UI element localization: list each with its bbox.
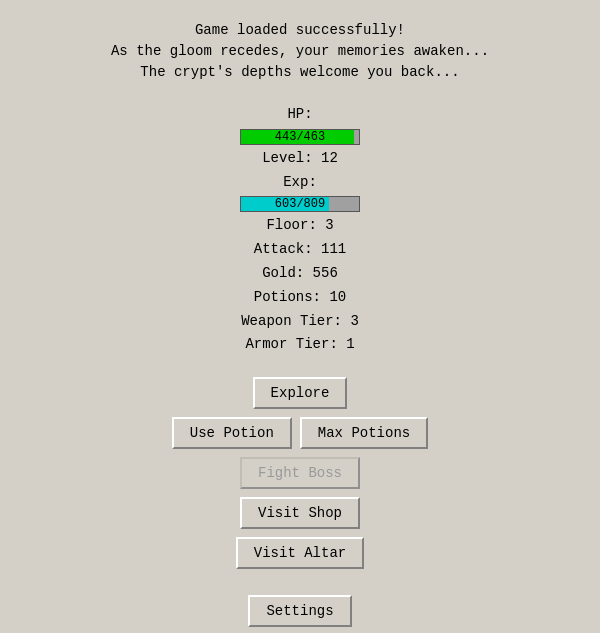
hp-label: HP: [287,103,312,127]
use-potion-button[interactable]: Use Potion [172,417,292,449]
level-label: Level: 12 [262,147,338,171]
potions-label: Potions: 10 [254,286,346,310]
visit-altar-button[interactable]: Visit Altar [236,537,364,569]
visit-altar-row: Visit Altar [236,537,364,569]
gold-label: Gold: 556 [262,262,338,286]
visit-shop-row: Visit Shop [240,497,360,529]
hp-bar: 443/463 [240,129,360,145]
exp-label: Exp: [283,171,317,195]
weapon-tier-label: Weapon Tier: 3 [241,310,359,334]
exp-bar-text: 603/809 [241,197,359,211]
message-line1: Game loaded successfully! [111,20,489,41]
stats-area: HP: 443/463 Level: 12 Exp: 603/809 Floor… [240,103,360,357]
attack-label: Attack: 111 [254,238,346,262]
settings-button[interactable]: Settings [248,595,351,627]
buttons-area: Explore Use Potion Max Potions Fight Bos… [168,377,433,633]
max-potions-button[interactable]: Max Potions [300,417,428,449]
explore-row: Explore [253,377,348,409]
fight-boss-row: Fight Boss [240,457,360,489]
message-area: Game loaded successfully! As the gloom r… [111,20,489,83]
armor-tier-label: Armor Tier: 1 [245,333,354,357]
visit-shop-button[interactable]: Visit Shop [240,497,360,529]
exp-bar: 603/809 [240,196,360,212]
fight-boss-button[interactable]: Fight Boss [240,457,360,489]
potion-row: Use Potion Max Potions [172,417,428,449]
message-line2: As the gloom recedes, your memories awak… [111,41,489,62]
floor-label: Floor: 3 [266,214,333,238]
explore-button[interactable]: Explore [253,377,348,409]
hp-bar-text: 443/463 [241,130,359,144]
settings-row: Settings [248,595,351,627]
message-line3: The crypt's depths welcome you back... [111,62,489,83]
